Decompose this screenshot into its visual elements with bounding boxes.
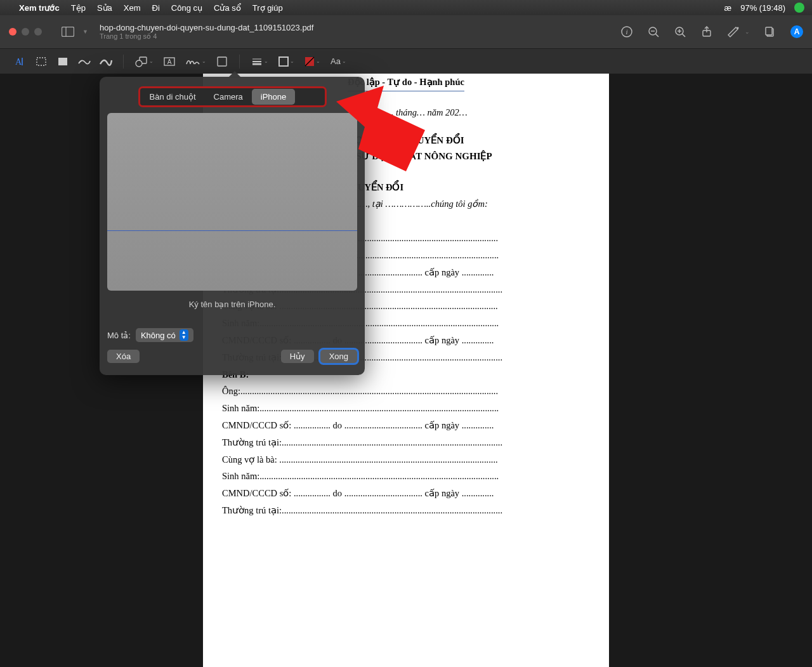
- select-stepper-icon: ▲▼: [180, 329, 188, 341]
- document-filename: hop-dong-chuyen-doi-quyen-su-dung-dat_11…: [100, 23, 613, 32]
- svg-point-21: [136, 60, 142, 67]
- svg-line-8: [683, 34, 686, 37]
- battery-status[interactable]: 97% (19:48): [740, 3, 785, 13]
- info-button[interactable]: i: [620, 25, 633, 38]
- chevron-down-icon: ⌄: [264, 58, 268, 64]
- svg-rect-24: [218, 57, 226, 66]
- signature-canvas[interactable]: [107, 113, 357, 291]
- chevron-down-icon: ⌄: [202, 58, 206, 64]
- sign-tool[interactable]: ⌄: [181, 56, 210, 67]
- signature-source-segmented: Bàn di chuột Camera iPhone: [139, 87, 326, 107]
- sidebar-toggle-button[interactable]: [58, 24, 77, 39]
- markup-toolbar: A ⌄ A ⌄ ⌄ ⌄ ⌄ Aa⌄: [0, 48, 812, 74]
- description-select[interactable]: Không có ▲▼: [136, 328, 193, 342]
- text-box-tool[interactable]: A: [160, 53, 179, 70]
- svg-line-5: [656, 34, 659, 37]
- markup-button[interactable]: [727, 25, 740, 38]
- shapes-tool[interactable]: ⌄: [131, 56, 157, 67]
- markup-dropdown-icon[interactable]: ⌄: [745, 29, 750, 35]
- svg-rect-0: [62, 27, 74, 37]
- draw-tool[interactable]: [96, 53, 115, 70]
- doc-motto: Độc lập - Tự do - Hạnh phúc: [348, 74, 464, 91]
- zoom-out-button[interactable]: [647, 25, 660, 38]
- doc-field: Sinh năm:...............................…: [222, 400, 590, 417]
- menu-file[interactable]: Tệp: [71, 3, 86, 13]
- page-info: Trang 1 trong số 4: [100, 32, 613, 41]
- doc-field: Sinh năm:...............................…: [222, 468, 590, 485]
- menu-window[interactable]: Cửa sổ: [214, 3, 241, 13]
- zoom-in-button[interactable]: [674, 25, 686, 38]
- menu-view[interactable]: Xem: [124, 3, 141, 13]
- window-minimize-button[interactable]: [22, 28, 29, 36]
- menu-edit[interactable]: Sửa: [97, 3, 112, 13]
- toolbar-separator: [123, 55, 124, 69]
- svg-text:i: i: [625, 28, 627, 36]
- window-titlebar: ▼ hop-dong-chuyen-doi-quyen-su-dung-dat_…: [0, 15, 812, 48]
- sidebar-dropdown-icon[interactable]: ▼: [82, 29, 88, 35]
- redact-tool[interactable]: [53, 53, 72, 70]
- line-style-tool[interactable]: ⌄: [247, 57, 272, 66]
- rotate-button[interactable]: [764, 25, 776, 38]
- doc-field: Thường trú tại:.........................…: [222, 434, 590, 451]
- doc-field: CMND/CCCD số: ................ do ......…: [222, 485, 590, 502]
- signature-popover: Bàn di chuột Camera iPhone Ký tên bạn tr…: [100, 77, 365, 375]
- font-label: Aa: [331, 56, 341, 66]
- delete-button[interactable]: Xóa: [107, 350, 140, 363]
- chevron-down-icon: ⌄: [342, 58, 346, 64]
- fill-color-tool[interactable]: ⌄: [301, 56, 324, 67]
- note-tool[interactable]: [213, 53, 232, 70]
- signature-hint: Ký tên bạn trên iPhone.: [107, 300, 357, 309]
- rect-select-tool[interactable]: [32, 53, 51, 70]
- sketch-tool[interactable]: [75, 53, 94, 70]
- menu-tools[interactable]: Công cụ: [171, 3, 202, 13]
- svg-text:A: A: [15, 57, 22, 67]
- cancel-button[interactable]: Hủy: [281, 350, 314, 363]
- window-maximize-button[interactable]: [34, 28, 42, 36]
- description-label: Mô tả:: [107, 331, 131, 340]
- text-select-tool[interactable]: A: [10, 53, 29, 70]
- segment-iphone[interactable]: iPhone: [252, 89, 295, 105]
- share-button[interactable]: [700, 25, 713, 38]
- done-button[interactable]: Xong: [320, 350, 357, 363]
- user-avatar[interactable]: A: [790, 25, 803, 38]
- menubar: Xem trước Tệp Sửa Xem Đi Công cụ Cửa sổ …: [0, 0, 812, 15]
- doc-field: Thường trú tại:.........................…: [222, 502, 590, 519]
- svg-point-13: [737, 27, 739, 29]
- doc-field: CMND/CCCD số: ................ do ......…: [222, 417, 590, 434]
- chevron-down-icon: ⌄: [149, 58, 154, 64]
- description-value: Không có: [141, 331, 176, 340]
- font-style-tool[interactable]: Aa⌄: [327, 56, 350, 66]
- chevron-down-icon: ⌄: [316, 58, 320, 64]
- svg-rect-18: [37, 58, 46, 65]
- svg-text:A: A: [167, 58, 172, 65]
- status-ae-icon[interactable]: æ: [724, 3, 732, 13]
- svg-rect-19: [58, 58, 67, 65]
- menu-go[interactable]: Đi: [152, 3, 160, 13]
- chevron-down-icon: ⌄: [290, 58, 294, 64]
- window-close-button[interactable]: [9, 28, 16, 36]
- border-color-tool[interactable]: ⌄: [275, 56, 298, 67]
- menu-help[interactable]: Trợ giúp: [252, 3, 283, 13]
- segment-trackpad[interactable]: Bàn di chuột: [141, 89, 205, 105]
- svg-rect-28: [279, 57, 288, 66]
- toolbar-separator: [239, 55, 240, 69]
- doc-field: Cùng vợ là bà: .........................…: [222, 451, 590, 468]
- svg-rect-15: [766, 27, 772, 35]
- signature-baseline: [107, 230, 357, 231]
- app-menu[interactable]: Xem trước: [19, 3, 60, 13]
- segment-camera[interactable]: Camera: [205, 89, 252, 105]
- doc-field: Ông:....................................…: [222, 383, 590, 400]
- line-app-icon[interactable]: [794, 3, 804, 13]
